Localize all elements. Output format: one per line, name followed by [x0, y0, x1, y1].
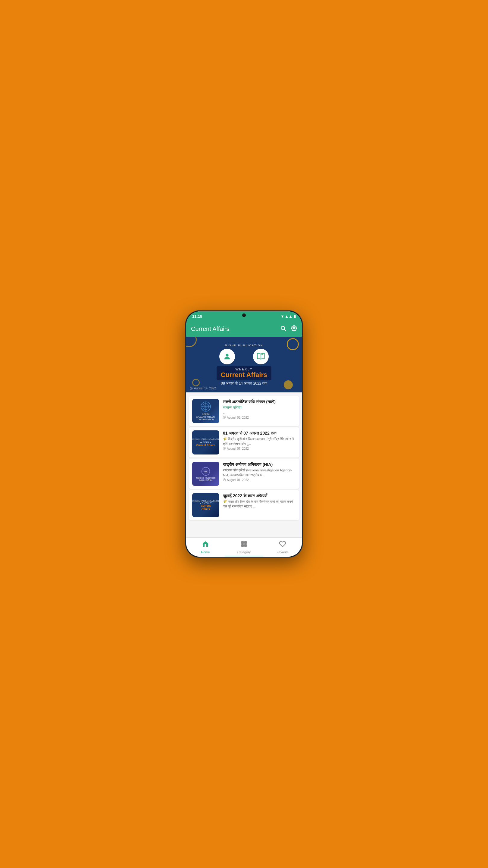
- article-thumb-nia: NIA National InvestigatiAgency (NIA): [192, 462, 219, 486]
- article-body: राष्ट्रीय अन्वेषण अभिकरण (NIA) राष्ट्रीय…: [223, 462, 296, 486]
- nav-category-label: Category: [237, 550, 251, 554]
- app-bar-actions: [280, 325, 297, 333]
- article-title: उत्तरी अटलांटिक संधि संगठन (नाटो): [223, 399, 296, 404]
- article-preview: 🌾 भारत और किस देश के बीच बैकचेनल वार्ता …: [223, 499, 296, 509]
- svg-rect-19: [241, 541, 244, 544]
- nato-logo-icon: [200, 401, 211, 412]
- battery-icon: ▮: [294, 314, 296, 318]
- article-title: जुलाई 2022 के करंट अफेयर्स: [223, 493, 296, 498]
- wifi-icon: ▾: [281, 314, 284, 318]
- settings-button[interactable]: [291, 325, 297, 333]
- app-title: Current Affairs: [191, 326, 229, 333]
- nav-favorite[interactable]: Favorite: [263, 538, 302, 556]
- svg-point-3: [226, 353, 228, 356]
- article-item[interactable]: NIA National InvestigatiAgency (NIA) राष…: [189, 459, 299, 489]
- home-icon: [202, 540, 209, 550]
- banner-icons: [219, 349, 269, 364]
- nia-logo-icon: NIA: [201, 467, 210, 476]
- article-thumb-nato: NORTHATLANTIC TREATYORGANIZATION: [192, 399, 219, 423]
- status-bar: 11:18 ▾ ▲▲ ▮: [186, 311, 302, 321]
- article-body: उत्तरी अटलांटिक संधि संगठन (नाटो) सामान्…: [223, 399, 296, 423]
- nato-thumb-text: NORTHATLANTIC TREATYORGANIZATION: [196, 413, 216, 421]
- svg-rect-20: [244, 541, 247, 544]
- status-time: 11:18: [192, 314, 202, 318]
- search-button[interactable]: [280, 325, 286, 333]
- banner-icon-book: [253, 349, 269, 364]
- phone-screen: 11:18 ▾ ▲▲ ▮ Current Affairs: [186, 311, 302, 557]
- article-title: राष्ट्रीय अन्वेषण अभिकरण (NIA): [223, 462, 296, 467]
- banner-date-range: 08 अगस्त से 14 अगस्त 2022 तक: [221, 381, 267, 385]
- banner-weekly-box: WEEKLY Current Affairs: [217, 366, 271, 380]
- banner-ca-label: Current Affairs: [221, 371, 267, 379]
- nav-home[interactable]: Home: [186, 538, 225, 556]
- banner-publisher: MISHU PUBLICATION: [225, 344, 263, 347]
- article-subtitle: सामान्य परिचयः: [223, 405, 296, 410]
- svg-rect-21: [241, 544, 244, 547]
- svg-line-1: [284, 329, 286, 331]
- content-area: MISHU PUBLICATION: [186, 337, 302, 537]
- nav-category[interactable]: Category: [225, 538, 263, 556]
- article-thumb-monthly: MISHU PUBLICATION MONTHLY CurrentAffairs: [192, 493, 219, 517]
- bottom-navigation: Home Category: [186, 537, 302, 557]
- banner-icon-person: [219, 349, 235, 364]
- article-item[interactable]: MISHU PUBLICATION WEEKLY Current Affairs…: [189, 427, 299, 458]
- favorite-icon: [279, 540, 286, 550]
- signal-icon: ▲▲: [285, 314, 293, 318]
- article-date: August 01, 2022: [223, 478, 296, 482]
- article-body: 01 अगस्त से 07 अगस्त 2022 तक 🌾 केंद्रीय …: [223, 430, 296, 455]
- phone-mockup: 11:18 ▾ ▲▲ ▮ Current Affairs: [185, 310, 303, 558]
- article-date: August 08, 2022: [223, 416, 296, 419]
- svg-point-5: [261, 353, 263, 355]
- category-icon: [240, 540, 248, 550]
- article-body: जुलाई 2022 के करंट अफेयर्स 🌾 भारत और किस…: [223, 493, 296, 517]
- article-preview: राष्ट्रीय जाँच एजेंसी (National Investig…: [223, 468, 296, 477]
- svg-text:NIA: NIA: [204, 471, 207, 472]
- banner-card[interactable]: MISHU PUBLICATION: [186, 337, 302, 393]
- nav-home-label: Home: [201, 550, 210, 554]
- article-item[interactable]: NORTHATLANTIC TREATYORGANIZATION उत्तरी …: [189, 396, 299, 426]
- article-date: August 07, 2022: [223, 447, 296, 450]
- svg-point-2: [293, 327, 295, 329]
- banner-weekly-label: WEEKLY: [221, 367, 267, 371]
- article-list: NORTHATLANTIC TREATYORGANIZATION उत्तरी …: [186, 393, 302, 524]
- app-bar: Current Affairs: [186, 321, 302, 337]
- svg-rect-22: [244, 544, 247, 547]
- status-icons: ▾ ▲▲ ▮: [281, 314, 296, 318]
- nav-favorite-label: Favorite: [276, 550, 289, 554]
- article-preview: ...: [223, 410, 296, 415]
- article-thumb-weekly: MISHU PUBLICATION WEEKLY Current Affairs: [192, 430, 219, 455]
- article-preview: 🌾 केंद्रीय कृषि और किसान कल्याण मंत्री न…: [223, 437, 296, 446]
- article-title: 01 अगस्त से 07 अगस्त 2022 तक: [223, 430, 296, 436]
- article-item[interactable]: MISHU PUBLICATION MONTHLY CurrentAffairs…: [189, 490, 299, 520]
- camera-notch: [242, 313, 246, 317]
- phone-frame: 11:18 ▾ ▲▲ ▮ Current Affairs: [185, 310, 303, 558]
- banner-footer-date: August 14, 2022: [190, 387, 216, 390]
